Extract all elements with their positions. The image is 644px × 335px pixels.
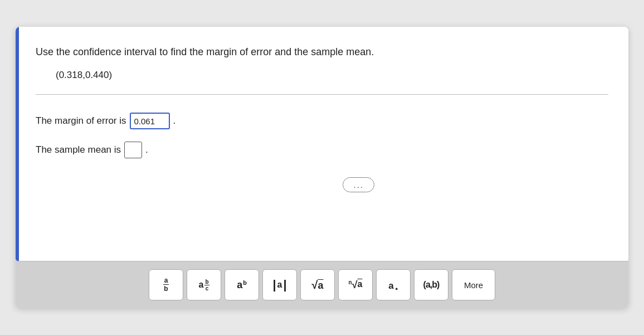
nth-root-icon: n√a [349,279,363,291]
main-window: Use the confidence interval to find the … [16,27,628,308]
exponent-button[interactable]: ab [225,269,259,300]
question-text: Use the confidence interval to find the … [36,45,608,60]
sample-label: The sample mean is [36,144,121,156]
decimal-icon: a . [388,279,398,292]
sample-input[interactable] [124,142,142,158]
math-toolbar: a b a b c ab | a | [16,261,628,308]
absolute-value-icon: | a | [272,278,286,292]
accent-bar [16,27,19,261]
margin-label: The margin of error is [36,115,126,127]
fraction-icon: a b [163,277,169,293]
content-area: Use the confidence interval to find the … [16,27,628,261]
absolute-value-button[interactable]: | a | [262,269,297,300]
mixed-fraction-button[interactable]: a b c [187,269,221,300]
sample-period: . [145,144,148,156]
interval-text: (0.318,0.440) [56,70,608,81]
parentheses-icon: (a,b) [423,280,440,290]
square-root-icon: √a [312,279,324,292]
parentheses-button[interactable]: (a,b) [414,269,448,300]
decimal-button[interactable]: a . [376,269,411,300]
more-button[interactable]: More [452,269,495,300]
ellipsis-button[interactable]: ... [343,177,374,192]
square-root-button[interactable]: √a [300,269,335,300]
fraction-button[interactable]: a b [149,269,183,300]
margin-input[interactable]: 0.061 [130,113,170,129]
nth-root-button[interactable]: n√a [338,269,373,300]
more-label: More [464,280,483,290]
mixed-fraction-icon: a b c [198,279,209,292]
margin-of-error-line: The margin of error is 0.061 . [36,113,608,129]
exponent-icon: ab [237,279,247,291]
answer-area: The margin of error is 0.061 . The sampl… [36,113,608,184]
margin-period: . [173,115,176,127]
sample-mean-line: The sample mean is . [36,142,608,158]
